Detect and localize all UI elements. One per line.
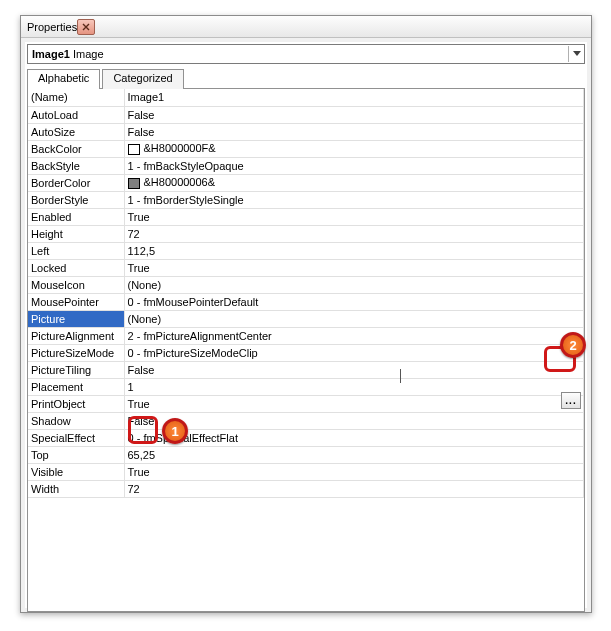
property-name[interactable]: MouseIcon: [28, 276, 124, 293]
property-value-text: True: [128, 211, 150, 223]
property-name[interactable]: BorderStyle: [28, 191, 124, 208]
property-name[interactable]: Placement: [28, 378, 124, 395]
titlebar[interactable]: Properties: [21, 16, 591, 38]
property-value-text: True: [128, 466, 150, 478]
property-value-text: 65,25: [128, 449, 156, 461]
property-value-text: 1 - fmBorderStyleSingle: [128, 194, 244, 206]
object-selector[interactable]: Image1 Image: [27, 44, 585, 64]
object-dropdown-button[interactable]: [568, 46, 584, 62]
property-name[interactable]: Picture: [28, 310, 124, 327]
tab-strip: Alphabetic Categorized: [27, 68, 587, 88]
property-row[interactable]: VisibleTrue: [28, 463, 584, 480]
property-value-text: 112,5: [128, 245, 156, 257]
property-row[interactable]: MouseIcon(None): [28, 276, 584, 293]
window-title: Properties: [27, 21, 77, 33]
property-row[interactable]: PrintObjectTrue: [28, 395, 584, 412]
property-row[interactable]: SpecialEffect0 - fmSpecialEffectFlat: [28, 429, 584, 446]
property-name[interactable]: PictureTiling: [28, 361, 124, 378]
property-name[interactable]: PictureSizeMode: [28, 344, 124, 361]
property-name[interactable]: Top: [28, 446, 124, 463]
property-value[interactable]: True: [124, 463, 584, 480]
property-value-text: (None): [128, 313, 162, 325]
property-row[interactable]: Placement1: [28, 378, 584, 395]
property-value-text: 0 - fmMousePointerDefault: [128, 296, 259, 308]
property-name[interactable]: BorderColor: [28, 174, 124, 191]
property-value[interactable]: (None): [124, 276, 584, 293]
property-value[interactable]: 72: [124, 480, 584, 497]
property-name[interactable]: BackStyle: [28, 157, 124, 174]
property-value-text: 72: [128, 228, 140, 240]
tab-categorized[interactable]: Categorized: [102, 69, 183, 89]
property-value[interactable]: False: [124, 106, 584, 123]
property-name[interactable]: (Name): [28, 89, 124, 106]
property-value[interactable]: 112,5: [124, 242, 584, 259]
property-name[interactable]: Locked: [28, 259, 124, 276]
property-value[interactable]: 0 - fmMousePointerDefault: [124, 293, 584, 310]
property-name[interactable]: Height: [28, 225, 124, 242]
property-value[interactable]: False: [124, 412, 584, 429]
property-name[interactable]: PictureAlignment: [28, 327, 124, 344]
property-value[interactable]: 0 - fmPictureSizeModeClip: [124, 344, 584, 361]
property-row[interactable]: Picture(None): [28, 310, 584, 327]
property-value[interactable]: False: [124, 361, 584, 378]
property-name[interactable]: Left: [28, 242, 124, 259]
property-row[interactable]: Height72: [28, 225, 584, 242]
property-row[interactable]: Top65,25: [28, 446, 584, 463]
property-row[interactable]: LockedTrue: [28, 259, 584, 276]
property-row[interactable]: AutoSizeFalse: [28, 123, 584, 140]
property-value[interactable]: True: [124, 395, 584, 412]
property-value[interactable]: 0 - fmSpecialEffectFlat: [124, 429, 584, 446]
property-value[interactable]: 1 - fmBackStyleOpaque: [124, 157, 584, 174]
close-button[interactable]: [77, 19, 95, 35]
close-icon: [82, 23, 90, 31]
property-row[interactable]: Left112,5: [28, 242, 584, 259]
property-row[interactable]: MousePointer0 - fmMousePointerDefault: [28, 293, 584, 310]
property-value[interactable]: True: [124, 259, 584, 276]
property-value[interactable]: 1 - fmBorderStyleSingle: [124, 191, 584, 208]
property-value[interactable]: Image1: [124, 89, 584, 106]
property-value[interactable]: (None): [124, 310, 584, 327]
property-value-text: Image1: [128, 91, 165, 103]
property-value-text: 2 - fmPictureAlignmentCenter: [128, 330, 272, 342]
property-name[interactable]: Width: [28, 480, 124, 497]
property-value-text: False: [128, 126, 155, 138]
property-row[interactable]: (Name)Image1: [28, 89, 584, 106]
property-value[interactable]: True: [124, 208, 584, 225]
property-name[interactable]: AutoLoad: [28, 106, 124, 123]
property-row[interactable]: BackColor&H8000000F&: [28, 140, 584, 157]
property-value-text: 0 - fmSpecialEffectFlat: [128, 432, 238, 444]
property-name[interactable]: MousePointer: [28, 293, 124, 310]
property-name[interactable]: BackColor: [28, 140, 124, 157]
property-value[interactable]: 1: [124, 378, 584, 395]
property-name[interactable]: Visible: [28, 463, 124, 480]
property-name[interactable]: AutoSize: [28, 123, 124, 140]
property-row[interactable]: PictureAlignment2 - fmPictureAlignmentCe…: [28, 327, 584, 344]
property-name[interactable]: Enabled: [28, 208, 124, 225]
property-name[interactable]: Shadow: [28, 412, 124, 429]
property-row[interactable]: PictureTilingFalse: [28, 361, 584, 378]
property-row[interactable]: PictureSizeMode0 - fmPictureSizeModeClip: [28, 344, 584, 361]
property-row[interactable]: BorderStyle1 - fmBorderStyleSingle: [28, 191, 584, 208]
browse-button[interactable]: ...: [561, 392, 581, 409]
tab-alphabetic[interactable]: Alphabetic: [27, 69, 100, 89]
property-row[interactable]: Width72: [28, 480, 584, 497]
property-name[interactable]: PrintObject: [28, 395, 124, 412]
property-row[interactable]: BackStyle1 - fmBackStyleOpaque: [28, 157, 584, 174]
property-value[interactable]: False: [124, 123, 584, 140]
property-value[interactable]: &H8000000F&: [124, 140, 584, 157]
property-value-text: &H80000006&: [144, 176, 216, 188]
property-grid[interactable]: (Name)Image1AutoLoadFalseAutoSizeFalseBa…: [27, 88, 585, 612]
property-value[interactable]: 65,25: [124, 446, 584, 463]
property-row[interactable]: EnabledTrue: [28, 208, 584, 225]
property-value-text: True: [128, 398, 150, 410]
chevron-down-icon: [573, 51, 581, 57]
property-name[interactable]: SpecialEffect: [28, 429, 124, 446]
property-value[interactable]: &H80000006&: [124, 174, 584, 191]
property-value-text: &H8000000F&: [144, 142, 216, 154]
property-row[interactable]: ShadowFalse: [28, 412, 584, 429]
property-row[interactable]: BorderColor&H80000006&: [28, 174, 584, 191]
property-value[interactable]: 2 - fmPictureAlignmentCenter: [124, 327, 584, 344]
property-value[interactable]: 72: [124, 225, 584, 242]
property-row[interactable]: AutoLoadFalse: [28, 106, 584, 123]
property-value-text: 72: [128, 483, 140, 495]
